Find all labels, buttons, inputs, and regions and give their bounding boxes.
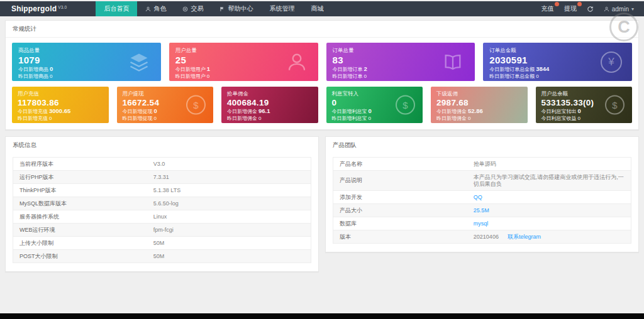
row-value: 本产品只为学习测试交流,请勿搭建商业或使用于违法行为,一切后果自负: [467, 171, 631, 191]
product-team-panel: 产品团队 产品名称抢单源码 产品说明本产品只为学习测试交流,请勿搭建商业或使用于…: [325, 136, 639, 252]
system-info-panel: 系统信息 当前程序版本V3.0 运行PHP版本7.3.31 ThinkPHP版本…: [5, 136, 319, 272]
nav-item-roles[interactable]: 角色: [137, 1, 174, 16]
recharge-link[interactable]: 充值: [541, 4, 554, 13]
card-line-value: 0: [369, 107, 372, 114]
developer-contact-link[interactable]: QQ: [474, 194, 482, 200]
card-line-label: 今日利息宝收益: [541, 116, 577, 121]
card-line-label: 昨日新增用户: [175, 73, 206, 79]
panel-title: 产品团队: [326, 137, 638, 153]
bottom-panels: 系统信息 当前程序版本V3.0 运行PHP版本7.3.31 ThinkPHP版本…: [5, 136, 639, 272]
row-label: 产品名称: [333, 158, 467, 171]
card-line-value: 0: [154, 116, 157, 121]
card-line-value: 96.1: [258, 107, 270, 114]
stats-panel: 常规统计 商品总量 1079 今日新增商品0 昨日新增商品0 用户总量 2: [5, 20, 639, 130]
chevron-down-icon: ▾: [631, 6, 634, 12]
notification-badge: [577, 2, 582, 6]
card-line-label: 今日新增佣金: [227, 109, 257, 114]
card-line-value: 0: [50, 65, 53, 72]
main-content: 常规统计 商品总量 1079 今日新增商品0 昨日新增商品0 用户总量 2: [0, 16, 644, 272]
card-line-label: 今日新增利息宝: [332, 109, 367, 114]
table-row: 运行PHP版本7.3.31: [13, 171, 311, 184]
table-row: 产品名称抢单源码: [333, 158, 631, 171]
card-title: 用户充值: [18, 90, 103, 98]
row-label: 添加开发: [333, 191, 467, 204]
table-row: 当前程序版本V3.0: [13, 158, 311, 171]
row-label: 产品说明: [333, 171, 467, 191]
card-line-value: 0: [578, 107, 581, 114]
layers-icon: [127, 51, 151, 73]
stat-card-sub-rebate: 下级返佣 2987.68 今日新增佣金52.86 昨日新增佣金0 ?: [431, 87, 528, 123]
nav-label: 后台首页: [104, 4, 129, 13]
brand-text: Shippergold: [11, 4, 57, 13]
card-line-label: 今日新增充值: [18, 109, 48, 114]
row-label: POST大小限制: [13, 250, 147, 263]
yen-circle-icon: ¥: [601, 51, 622, 73]
nav-item-transactions[interactable]: 交易: [174, 1, 211, 16]
row-value: Linux: [147, 210, 311, 224]
card-line-value: 1: [207, 65, 210, 72]
card-line-value: 0: [369, 116, 371, 121]
user-menu[interactable]: admin ▾: [604, 6, 634, 13]
card-line-value: 0: [50, 73, 52, 79]
withdraw-label: 提现: [564, 5, 577, 12]
card-line-label: 今日新增订单: [333, 67, 363, 72]
card-line-label: 今日新增商品: [18, 67, 48, 72]
card-line-label: 今日新增订单总金额: [489, 67, 535, 72]
notification-badge: [555, 2, 559, 6]
card-line-label: 今日新增佣金: [436, 109, 467, 114]
row-label: 数据库: [333, 217, 467, 230]
card-line-label: 昨日新增商品: [18, 73, 48, 79]
stat-card-order-amount: 订单总金额 2030591 今日新增订单总金额3844 昨日新增订单总金额0 ¥: [483, 43, 632, 81]
card-line-label: 昨日新增充值: [18, 116, 48, 121]
stats-body: 商品总量 1079 今日新增商品0 昨日新增商品0 用户总量 25 今日新增用户…: [6, 38, 638, 129]
row-label: 当前程序版本: [13, 158, 147, 171]
nav-item-help-center[interactable]: 帮助中心: [211, 1, 261, 16]
row-value: 50M: [147, 250, 311, 263]
database-link[interactable]: mysql: [474, 220, 489, 227]
row-label: 产品大小: [333, 204, 467, 217]
row-value: V3.0: [147, 158, 311, 171]
row-value: 5.6.50-log: [147, 197, 311, 210]
nav-item-mall[interactable]: 商城: [303, 1, 331, 16]
nav-item-system-admin[interactable]: 系统管理: [261, 1, 303, 16]
recharge-label: 充值: [541, 5, 554, 12]
stat-card-recharge: 用户充值 117803.86 今日新增充值3000.65 昨日新增充值0 ?: [12, 87, 109, 123]
dollar-circle-icon: $: [605, 95, 625, 115]
card-line-label: 今日新增用户: [175, 67, 206, 72]
row-value: fpm-fcgi: [147, 224, 311, 237]
nav-item-dashboard[interactable]: 后台首页: [96, 1, 137, 16]
transaction-icon: [182, 6, 188, 12]
stat-card-total-balance: 用户总余额 533135.33(0) 今日利息宝转出0 今日利息宝收益0 $: [536, 87, 633, 123]
stat-card-interest-in: 利息宝转入 0 今日新增利息宝0 昨日新增利息宝0 $: [326, 87, 423, 123]
card-line-label: 昨日新增订单总金额: [489, 73, 535, 79]
card-line-value: 0: [536, 73, 538, 79]
brand-logo[interactable]: Shippergold V3.0: [0, 1, 77, 16]
bottom-bar: [0, 313, 644, 319]
telegram-contact-link[interactable]: 联系telegram: [508, 234, 541, 240]
nav-label: 角色: [153, 4, 166, 13]
card-title: 下级返佣: [436, 90, 522, 98]
table-row: 上传大小限制50M: [13, 237, 311, 250]
dollar-circle-icon: $: [186, 95, 206, 115]
nav-label: 交易: [191, 4, 203, 13]
navbar-right: 充值 提现 admin ▾: [541, 1, 644, 16]
version-value: 20210406: [474, 234, 499, 240]
table-row: 产品说明本产品只为学习测试交流,请勿搭建商业或使用于违法行为,一切后果自负: [333, 171, 631, 191]
table-row: 产品大小25.5M: [333, 204, 631, 217]
card-line-label: 今日利息宝转出: [541, 109, 577, 114]
card-line-value: 2: [364, 65, 367, 72]
withdraw-link[interactable]: 提现: [564, 4, 577, 13]
table-row: MySQL数据库版本5.6.50-log: [13, 197, 311, 210]
card-line-value: 0: [578, 116, 580, 121]
page: Shippergold V3.0 后台首页 角色 交易: [0, 0, 644, 319]
product-size-link[interactable]: 25.5M: [474, 207, 489, 214]
stats-row-2: 用户充值 117803.86 今日新增充值3000.65 昨日新增充值0 ? 用…: [12, 87, 632, 123]
person-icon: [145, 6, 151, 12]
stat-card-withdraw: 用户提现 16672.54 今日新增提现0 昨日新增提现0 $: [117, 87, 214, 123]
row-label: 运行PHP版本: [13, 171, 147, 184]
stat-card-orders: 订单总量 83 今日新增订单2 昨日新增订单0: [326, 43, 475, 81]
panel-title: 常规统计: [6, 21, 638, 38]
refresh-icon[interactable]: [587, 6, 594, 13]
row-label: 上传大小限制: [13, 237, 147, 250]
card-line-value: 0: [207, 73, 209, 79]
